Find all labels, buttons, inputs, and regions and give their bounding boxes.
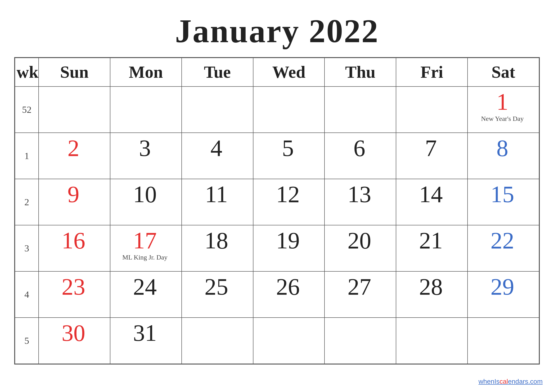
day-cell-w3d1: 17ML King Jr. Day — [110, 225, 182, 271]
date-number: 17 — [133, 229, 157, 252]
day-cell-w3d4: 20 — [325, 225, 396, 271]
header-mon: Mon — [110, 58, 182, 86]
week-number-1: 1 — [15, 133, 39, 179]
day-cell-w2d4: 13 — [325, 179, 396, 225]
day-cell-w4d1: 24 — [110, 271, 182, 318]
day-cell-w1d6: 8 — [468, 133, 539, 179]
day-cell-w4d0: 23 — [39, 271, 110, 318]
day-cell-w3d5: 21 — [396, 225, 468, 271]
day-cell-w1d1: 3 — [110, 133, 182, 179]
week-number-2: 2 — [15, 179, 39, 225]
calendar: wk Sun Mon Tue Wed Thu Fri Sat 521New Ye… — [14, 57, 540, 364]
date-number: 27 — [347, 275, 371, 299]
day-cell-w0d1 — [110, 86, 182, 133]
day-cell-w2d5: 14 — [396, 179, 468, 225]
day-cell-w5d3 — [253, 318, 325, 364]
date-number: 10 — [133, 182, 157, 206]
day-cell-w4d3: 26 — [253, 271, 325, 318]
watermark-rest: endars.com — [508, 378, 543, 385]
date-number: 8 — [496, 136, 508, 160]
day-cell-w5d2 — [182, 318, 253, 364]
day-cell-w4d6: 29 — [468, 271, 539, 318]
date-number: 4 — [211, 136, 222, 160]
date-number: 16 — [62, 229, 85, 252]
watermark: whenIscalendars.com — [478, 378, 543, 385]
day-cell-w1d3: 5 — [253, 133, 325, 179]
date-number: 11 — [205, 182, 228, 206]
date-number: 1 — [496, 90, 508, 114]
date-number: 30 — [62, 321, 85, 345]
day-cell-w4d2: 25 — [182, 271, 253, 318]
header-wed: Wed — [253, 58, 325, 86]
date-number: 21 — [419, 229, 443, 252]
date-number: 31 — [133, 321, 157, 345]
date-number: 28 — [419, 275, 443, 299]
holiday-label: ML King Jr. Day — [122, 253, 167, 261]
day-cell-w4d4: 27 — [325, 271, 396, 318]
day-cell-w3d0: 16 — [39, 225, 110, 271]
day-cell-w3d6: 22 — [468, 225, 539, 271]
date-number: 5 — [282, 136, 294, 160]
day-cell-w2d6: 15 — [468, 179, 539, 225]
day-cell-w1d0: 2 — [39, 133, 110, 179]
date-number: 6 — [353, 136, 365, 160]
week-number-0: 52 — [15, 86, 39, 133]
week-number-4: 4 — [15, 271, 39, 318]
day-cell-w1d2: 4 — [182, 133, 253, 179]
date-number: 18 — [205, 229, 228, 252]
day-cell-w4d5: 28 — [396, 271, 468, 318]
day-cell-w2d0: 9 — [39, 179, 110, 225]
date-number: 15 — [491, 182, 514, 206]
date-number: 3 — [139, 136, 151, 160]
page-title: January 2022 — [175, 12, 379, 50]
date-number: 23 — [62, 275, 85, 299]
date-number: 19 — [276, 229, 300, 252]
day-cell-w2d2: 11 — [182, 179, 253, 225]
header-fri: Fri — [396, 58, 468, 86]
week-number-5: 5 — [15, 318, 39, 364]
date-number: 12 — [276, 182, 300, 206]
day-cell-w0d0 — [39, 86, 110, 133]
watermark-when: whenIs — [478, 378, 499, 385]
watermark-cal: cal — [499, 378, 508, 385]
date-number: 29 — [491, 275, 514, 299]
day-cell-w1d4: 6 — [325, 133, 396, 179]
header-tue: Tue — [182, 58, 253, 86]
date-number: 26 — [276, 275, 300, 299]
day-cell-w5d0: 30 — [39, 318, 110, 364]
header-sat: Sat — [468, 58, 539, 86]
header-thu: Thu — [325, 58, 396, 86]
day-cell-w0d2 — [182, 86, 253, 133]
day-cell-w3d2: 18 — [182, 225, 253, 271]
day-cell-w2d3: 12 — [253, 179, 325, 225]
day-cell-w2d1: 10 — [110, 179, 182, 225]
day-cell-w5d4 — [325, 318, 396, 364]
day-cell-w3d3: 19 — [253, 225, 325, 271]
header-wk: wk — [15, 58, 39, 86]
day-cell-w5d5 — [396, 318, 468, 364]
day-cell-w5d6 — [468, 318, 539, 364]
date-number: 14 — [419, 182, 443, 206]
day-cell-w0d6: 1New Year's Day — [468, 86, 539, 133]
day-cell-w5d1: 31 — [110, 318, 182, 364]
day-cell-w0d5 — [396, 86, 468, 133]
header-sun: Sun — [39, 58, 110, 86]
date-number: 24 — [133, 275, 157, 299]
date-number: 20 — [347, 229, 371, 252]
date-number: 25 — [205, 275, 228, 299]
date-number: 9 — [68, 182, 79, 206]
date-number: 13 — [347, 182, 371, 206]
day-cell-w0d4 — [325, 86, 396, 133]
date-number: 7 — [425, 136, 437, 160]
date-number: 22 — [491, 229, 514, 252]
day-cell-w0d3 — [253, 86, 325, 133]
date-number: 2 — [68, 136, 79, 160]
week-number-3: 3 — [15, 225, 39, 271]
day-cell-w1d5: 7 — [396, 133, 468, 179]
holiday-label: New Year's Day — [481, 115, 524, 123]
